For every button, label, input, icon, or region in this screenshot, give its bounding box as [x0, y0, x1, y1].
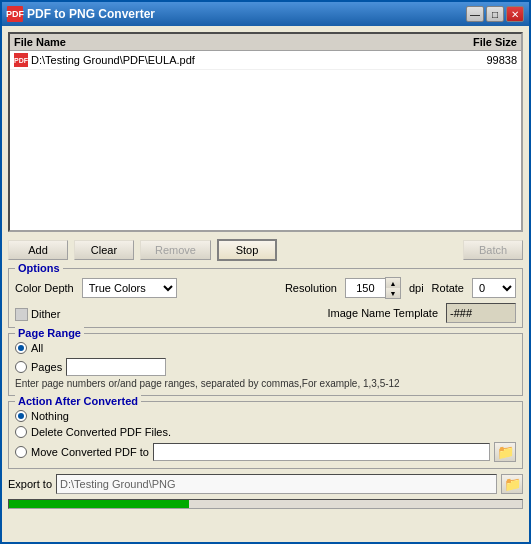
window-title: PDF to PNG Converter — [27, 7, 155, 21]
resolution-label: Resolution — [285, 282, 337, 294]
main-window: PDF PDF to PNG Converter — □ ✕ File Name… — [0, 0, 531, 544]
add-button[interactable]: Add — [8, 240, 68, 260]
options-row-1: Color Depth True Colors 256 Colors 16 Co… — [15, 277, 516, 299]
move-folder-button[interactable]: 📁 — [494, 442, 516, 462]
action-section: Action After Converted Nothing Delete Co… — [8, 401, 523, 469]
delete-label: Delete Converted PDF Files. — [31, 426, 171, 438]
options-row-2: Dither Image Name Template — [15, 303, 516, 323]
pages-radio[interactable] — [15, 361, 27, 373]
export-label: Export to — [8, 478, 52, 490]
image-name-template-input[interactable] — [446, 303, 516, 323]
dither-checkbox[interactable] — [15, 308, 28, 321]
stop-button[interactable]: Stop — [217, 239, 277, 261]
rotate-label: Rotate — [432, 282, 464, 294]
file-list-area: File Name File Size PDF D:\Testing Groun… — [8, 32, 523, 232]
main-content: File Name File Size PDF D:\Testing Groun… — [2, 26, 529, 542]
file-path: D:\Testing Ground\PDF\EULA.pdf — [31, 54, 195, 66]
window-controls: — □ ✕ — [466, 6, 524, 22]
export-path-input[interactable] — [56, 474, 497, 494]
move-radio-row: Move Converted PDF to 📁 — [15, 442, 516, 462]
all-radio[interactable] — [15, 342, 27, 354]
progress-bar-track — [8, 499, 523, 509]
batch-button[interactable]: Batch — [463, 240, 523, 260]
dither-label: Dither — [31, 308, 60, 320]
title-bar: PDF PDF to PNG Converter — □ ✕ — [2, 2, 529, 26]
move-label: Move Converted PDF to — [31, 446, 149, 458]
progress-bar-fill — [9, 500, 189, 508]
all-label: All — [31, 342, 43, 354]
export-folder-button[interactable]: 📁 — [501, 474, 523, 494]
color-depth-select[interactable]: True Colors 256 Colors 16 Colors Graysca… — [82, 278, 177, 298]
resolution-up-button[interactable]: ▲ — [386, 278, 400, 288]
resolution-spinner: ▲ ▼ — [345, 277, 401, 299]
nothing-radio-row: Nothing — [15, 410, 516, 422]
delete-radio[interactable] — [15, 426, 27, 438]
pages-input[interactable] — [66, 358, 166, 376]
maximize-button[interactable]: □ — [486, 6, 504, 22]
move-destination-input[interactable] — [153, 443, 490, 461]
image-name-template-label: Image Name Template — [328, 307, 438, 319]
app-icon: PDF — [7, 6, 23, 22]
file-name-cell: PDF D:\Testing Ground\PDF\EULA.pdf — [14, 53, 437, 67]
page-range-hint: Enter page numbers or/and page ranges, s… — [15, 378, 516, 389]
action-buttons-row: Add Clear Remove Stop Batch — [8, 237, 523, 263]
title-bar-left: PDF PDF to PNG Converter — [7, 6, 155, 22]
options-section: Options Color Depth True Colors 256 Colo… — [8, 268, 523, 328]
action-title: Action After Converted — [15, 395, 141, 407]
color-depth-label: Color Depth — [15, 282, 74, 294]
column-filename: File Name — [14, 36, 437, 48]
resolution-input[interactable] — [345, 278, 385, 298]
column-filesize: File Size — [437, 36, 517, 48]
minimize-button[interactable]: — — [466, 6, 484, 22]
dither-row: Dither — [15, 308, 60, 321]
close-button[interactable]: ✕ — [506, 6, 524, 22]
pages-radio-row: Pages — [15, 358, 516, 376]
nothing-radio[interactable] — [15, 410, 27, 422]
nothing-label: Nothing — [31, 410, 69, 422]
file-size-cell: 99838 — [437, 54, 517, 66]
options-title: Options — [15, 262, 63, 274]
pdf-file-icon: PDF — [14, 53, 28, 67]
table-row[interactable]: PDF D:\Testing Ground\PDF\EULA.pdf 99838 — [10, 51, 521, 70]
pages-label: Pages — [31, 361, 62, 373]
dpi-label: dpi — [409, 282, 424, 294]
page-range-section: Page Range All Pages Enter page numbers … — [8, 333, 523, 396]
export-row: Export to 📁 — [8, 474, 523, 494]
resolution-spin-buttons: ▲ ▼ — [385, 277, 401, 299]
delete-radio-row: Delete Converted PDF Files. — [15, 426, 516, 438]
file-list-header: File Name File Size — [10, 34, 521, 51]
clear-button[interactable]: Clear — [74, 240, 134, 260]
page-range-title: Page Range — [15, 327, 84, 339]
move-radio[interactable] — [15, 446, 27, 458]
rotate-select[interactable]: 0 90 180 270 — [472, 278, 516, 298]
resolution-down-button[interactable]: ▼ — [386, 288, 400, 298]
all-radio-row: All — [15, 342, 516, 354]
file-list-body: PDF D:\Testing Ground\PDF\EULA.pdf 99838 — [10, 51, 521, 70]
remove-button[interactable]: Remove — [140, 240, 211, 260]
